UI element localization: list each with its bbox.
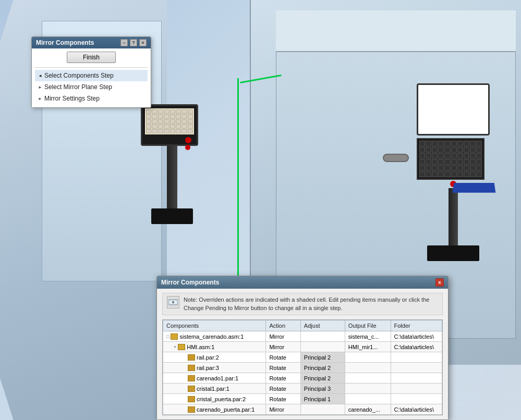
hmi-key — [419, 141, 425, 146]
finish-button[interactable]: Finish — [67, 52, 116, 63]
hmi-key — [158, 129, 163, 133]
svg-point-2 — [172, 301, 174, 303]
component-name: rail.par:2 — [197, 354, 219, 361]
hmi-key — [438, 141, 444, 146]
close-button-small[interactable]: × — [139, 39, 147, 46]
hmi-key — [451, 171, 457, 177]
component-icon — [178, 344, 185, 350]
info-icon — [167, 296, 179, 308]
table-cell-folder: C:\data\articles\ — [391, 342, 442, 352]
table-row[interactable]: rail.par:2RotatePrincipal 2 — [163, 352, 442, 363]
hmi-key — [170, 114, 175, 118]
hmi-key — [444, 171, 450, 177]
table-cell-adjust — [300, 404, 345, 415]
hmi-key — [432, 141, 438, 146]
hmi-key — [432, 165, 438, 171]
hmi-key — [438, 159, 444, 165]
hmi-key — [457, 141, 463, 146]
hmi-key — [432, 171, 438, 177]
hmi-key — [444, 141, 450, 146]
hmi-key — [164, 114, 169, 118]
hmi-key — [181, 114, 187, 118]
table-cell-action: Rotate — [266, 394, 300, 404]
table-row[interactable]: carenado_puerta.par:1Mirrorcarenado_...C… — [163, 404, 442, 415]
col-components: Components — [163, 320, 266, 331]
hmi-key — [164, 109, 169, 114]
hmi-key — [464, 141, 469, 146]
small-dialog-title: Mirror Components — [36, 39, 94, 46]
col-action: Action — [266, 320, 300, 331]
small-dialog-body: Finish ◄ Select Components Step ► Select… — [32, 48, 151, 107]
hmi-key — [170, 129, 175, 133]
hmi-key — [470, 153, 476, 159]
hmi-key — [470, 171, 476, 177]
hmi-right-keyboard — [417, 138, 484, 180]
hmi-key — [426, 171, 431, 177]
hmi-key — [152, 109, 157, 114]
component-icon — [188, 406, 195, 413]
hmi-key — [158, 124, 163, 128]
component-icon — [188, 365, 195, 371]
hmi-key — [181, 119, 187, 123]
table-row[interactable]: rail.par:3RotatePrincipal 2 — [163, 363, 442, 373]
table-header-row: Components Action Adjust Output File Fol… — [163, 320, 442, 331]
component-name: HMI.asm:1 — [187, 344, 214, 350]
table-cell-output: sistema_c... — [345, 331, 391, 342]
step-mirror-settings-label: Mirror Settings Step — [44, 95, 100, 102]
hmi-key — [432, 147, 438, 153]
hmi-key — [426, 165, 431, 171]
table-cell-output: HMI_mir1... — [345, 342, 391, 352]
help-button[interactable]: ? — [130, 39, 137, 46]
hmi-key — [152, 129, 157, 133]
expand-icon[interactable]: □ — [166, 334, 169, 339]
table-cell-component: □sistema_carenado.asm:1 — [163, 331, 266, 342]
table-cell-output — [345, 373, 391, 384]
table-cell-action: Mirror — [266, 342, 300, 352]
table-row[interactable]: cristal1.par:1RotatePrincipal 3 — [163, 384, 442, 394]
step-select-components[interactable]: ◄ Select Components Step — [35, 70, 148, 81]
table-cell-component: cristal_puerta.par:2 — [163, 394, 266, 404]
component-icon — [188, 354, 195, 361]
table-cell-action: Rotate — [266, 384, 300, 394]
hmi-key — [188, 129, 193, 133]
component-name: rail.par:3 — [197, 365, 219, 371]
hmi-key — [152, 114, 157, 118]
expand-icon[interactable]: + — [174, 344, 176, 350]
table-cell-component: carenado1.par:1 — [163, 373, 266, 384]
hmi-key — [457, 171, 463, 177]
table-cell-folder — [391, 373, 442, 384]
hmi-key — [470, 147, 476, 153]
hmi-left-red-button-2 — [185, 145, 190, 150]
table-row[interactable]: +HMI.asm:1MirrorHMI_mir1...C:\data\artic… — [163, 342, 442, 352]
minimize-button[interactable]: – — [120, 39, 128, 46]
hmi-key — [451, 159, 457, 165]
small-dialog-title-bar: Mirror Components – ? × — [32, 37, 151, 48]
table-cell-output: carenado_... — [345, 404, 391, 415]
step-mirror-settings[interactable]: ► Mirror Settings Step — [35, 93, 148, 104]
hmi-key — [419, 159, 425, 165]
hmi-key — [170, 109, 175, 114]
table-cell-adjust — [300, 342, 345, 352]
hmi-key — [444, 159, 450, 165]
step-mirror-plane[interactable]: ► Select Mirror Plane Step — [35, 81, 148, 93]
hmi-key — [464, 165, 469, 171]
table-cell-component: carenado_puerta.par:1 — [163, 404, 266, 415]
hmi-key — [470, 159, 476, 165]
hmi-key — [464, 171, 469, 177]
hmi-key — [464, 147, 469, 153]
hmi-key — [444, 147, 450, 153]
hmi-key — [464, 153, 469, 159]
step-arrow-mirror: ► — [38, 85, 42, 90]
components-table-wrapper[interactable]: Components Action Adjust Output File Fol… — [162, 319, 443, 415]
table-row[interactable]: cristal_puerta.par:2RotatePrincipal 1 — [163, 394, 442, 404]
table-row[interactable]: carenado1.par:1RotatePrincipal 2 — [163, 373, 442, 384]
hmi-key — [426, 159, 431, 165]
hmi-key — [444, 153, 450, 159]
hmi-key — [146, 109, 151, 114]
table-cell-component: +HMI.asm:1 — [163, 342, 266, 352]
hmi-key — [438, 171, 444, 177]
title-controls: – ? × — [120, 39, 147, 46]
main-close-button[interactable]: × — [435, 278, 444, 287]
table-row[interactable]: □sistema_carenado.asm:1Mirrorsistema_c..… — [163, 331, 442, 342]
mirror-plane-vertical — [237, 78, 239, 276]
